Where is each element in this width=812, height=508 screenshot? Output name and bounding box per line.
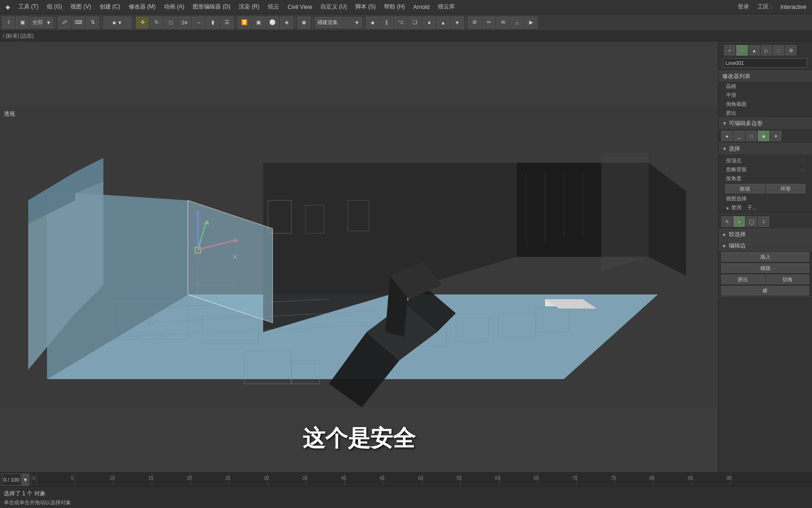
menu-interactive[interactable]: Interactive: [777, 2, 810, 12]
unlink-btn[interactable]: ⌨: [72, 16, 85, 29]
select-loop-btn[interactable]: ∝: [734, 216, 745, 227]
editable-poly-header[interactable]: ▼ 可编辑多边形: [718, 118, 812, 129]
svg-text:透视: 透视: [4, 111, 15, 117]
ignore-back-label: 忽略背面: [726, 166, 747, 173]
align-btn[interactable]: ▮: [206, 16, 219, 29]
grid-btn[interactable]: ✏: [482, 16, 495, 29]
disable-radio[interactable]: ●: [726, 205, 729, 211]
move-btn[interactable]: ✜: [136, 16, 149, 29]
menu-create[interactable]: 创建 (C): [96, 1, 124, 13]
link-btn[interactable]: ☍: [58, 16, 71, 29]
menu-help[interactable]: 帮助 (H): [380, 1, 408, 13]
menu-workspace[interactable]: 工区 :: [754, 1, 776, 13]
viewport[interactable]: 透视 这个是安全: [0, 41, 718, 472]
utilities-panel-btn[interactable]: ⚙: [785, 45, 796, 56]
material-editor-btn[interactable]: ⚪: [266, 16, 279, 29]
motion-panel-btn[interactable]: ▷: [761, 45, 772, 56]
chamfer-btn[interactable]: 切角: [766, 275, 810, 284]
by-angle-label: 按角度: [726, 175, 742, 182]
modifier-list-label: 修改器列表: [722, 72, 750, 80]
paint-select-btn[interactable]: ✎: [721, 216, 733, 227]
select-region-btn[interactable]: ▣: [16, 16, 29, 29]
menu-tools[interactable]: 工具 (T): [15, 1, 42, 13]
polygon-btn[interactable]: ■: [758, 131, 769, 141]
select-tool-btn[interactable]: ⇧: [2, 16, 15, 29]
quick-render-btn[interactable]: ◉: [297, 16, 311, 29]
preview-select-label: 视图选择: [726, 195, 747, 202]
ignore-back-checkbox[interactable]: □: [801, 167, 804, 173]
edge-btn[interactable]: ⎯: [734, 131, 745, 141]
rotate-btn[interactable]: ↻: [150, 16, 163, 29]
soft-select-arrow: ►: [722, 232, 727, 237]
bind-space-warp-btn[interactable]: ⇅: [86, 16, 99, 29]
curve-editor-btn[interactable]: ⏬: [238, 16, 251, 29]
snap-btn[interactable]: ✉: [496, 16, 509, 29]
render-setup-btn[interactable]: ◈: [280, 16, 293, 29]
edit-edges-section: ► 编辑边 插入 移除 挤出 切角 桥: [718, 240, 812, 297]
menu-render[interactable]: 渲染 (R): [235, 1, 263, 13]
vp-layout-5[interactable]: ∎: [422, 16, 436, 29]
light-btn[interactable]: ☼: [510, 16, 523, 29]
select-filter-all-btn[interactable]: ■ ▼: [103, 16, 132, 29]
edit-edges-header[interactable]: ► 编辑边: [718, 240, 812, 251]
menu-civil-view[interactable]: Civil View: [284, 2, 316, 12]
remove-btn[interactable]: 移除: [721, 263, 809, 273]
create-panel-btn[interactable]: +: [724, 45, 735, 56]
vp-layout-1[interactable]: ■: [366, 16, 379, 29]
vertex-btn[interactable]: ●: [721, 131, 733, 141]
menu-lieyunku[interactable]: 猎云库: [434, 1, 459, 13]
vp-layout-4[interactable]: ❏: [408, 16, 422, 29]
menu-animation[interactable]: 动画 (A): [160, 1, 188, 13]
viewport-cfg-btn[interactable]: ⚙: [468, 16, 481, 29]
hierarchy-panel-btn[interactable]: ▲: [749, 45, 760, 56]
select-filter-dropdown[interactable]: 全部▼: [30, 17, 54, 28]
scale-btn[interactable]: ◻: [164, 16, 177, 29]
scene-view: 透视: [0, 41, 718, 472]
modify-panel-btn[interactable]: ▫: [736, 45, 748, 56]
select-label: 选择: [729, 145, 740, 153]
menu-script[interactable]: 脚本 (S): [351, 1, 379, 13]
mirror-btn[interactable]: ↔: [192, 16, 205, 29]
vp-layout-6[interactable]: ▲: [437, 16, 450, 29]
menu-modifiers[interactable]: 修改器 (M): [125, 1, 159, 13]
vp-layout-2[interactable]: ∥: [380, 16, 393, 29]
selection-set-dropdown[interactable]: 捕建选集▼: [315, 17, 362, 28]
extrude-btn[interactable]: 挤出: [721, 275, 765, 284]
by-vertex-checkbox[interactable]: □: [801, 158, 804, 164]
vp-layout-7[interactable]: ▼: [451, 16, 464, 29]
modifier-extrude[interactable]: 挤出: [718, 109, 812, 118]
border-btn[interactable]: □: [746, 131, 757, 141]
vp-layout-3[interactable]: ⌥: [394, 16, 407, 29]
shrink-btn[interactable]: 收缩: [725, 184, 765, 193]
camera-btn[interactable]: ▶: [524, 16, 538, 29]
menu-graph-editor[interactable]: 图形编辑器 (D): [189, 1, 234, 13]
menu-view[interactable]: 视图 (V): [67, 1, 94, 13]
modifier-list-header[interactable]: 修改器列表: [718, 71, 812, 82]
insert-btn[interactable]: 插入: [721, 252, 809, 262]
object-name-field[interactable]: [723, 58, 807, 68]
ring-btn[interactable]: 环形: [766, 184, 806, 193]
soft-select-header[interactable]: ► 软选择: [718, 229, 812, 240]
menu-customize[interactable]: 自定义 (U): [317, 1, 351, 13]
modifier-bevel-profile[interactable]: 倒角截面: [718, 100, 812, 109]
select-ring-btn[interactable]: ◯: [746, 216, 757, 227]
select-header[interactable]: ▼ 选择: [718, 143, 812, 154]
bridge-btn[interactable]: 桥: [721, 286, 809, 295]
menu-xunyun[interactable]: 炫云: [264, 1, 283, 13]
squash-btn[interactable]: 3⊕: [178, 16, 191, 29]
edit-tool-icons: ✎ ∝ ◯ ⇩: [718, 214, 812, 229]
element-btn[interactable]: ✦: [770, 131, 781, 141]
layer-manager-btn[interactable]: ☰: [220, 16, 234, 29]
timeline-ruler[interactable]: 051015202530354045505560657075808590: [31, 473, 812, 486]
timeline-bar: 0 / 100 ▼ 051015202530354045505560657075…: [0, 472, 812, 486]
modifier-smooth[interactable]: 平滑: [718, 91, 812, 100]
schematic-view-btn[interactable]: ▣: [252, 16, 265, 29]
menu-group[interactable]: 组 (G): [43, 1, 66, 13]
menu-login[interactable]: 登录: [734, 1, 753, 13]
modifier-lattice[interactable]: 晶格: [718, 82, 812, 91]
timeline-expand-btn[interactable]: ▼: [22, 474, 29, 486]
display-panel-btn[interactable]: ◌: [773, 45, 784, 56]
grow-btn[interactable]: ⇩: [758, 216, 769, 227]
app-icon[interactable]: ◆: [2, 2, 14, 12]
menu-arnold[interactable]: Arnold: [409, 2, 433, 12]
